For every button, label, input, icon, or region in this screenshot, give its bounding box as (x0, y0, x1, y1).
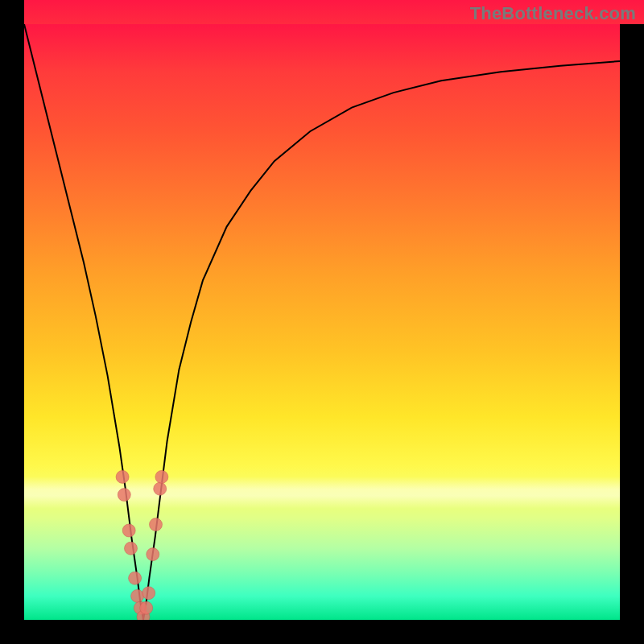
plot-area (24, 24, 620, 620)
chart-frame: TheBottleneck.com (0, 0, 644, 644)
watermark-text: TheBottleneck.com (470, 3, 636, 24)
highlight-band (24, 477, 620, 509)
